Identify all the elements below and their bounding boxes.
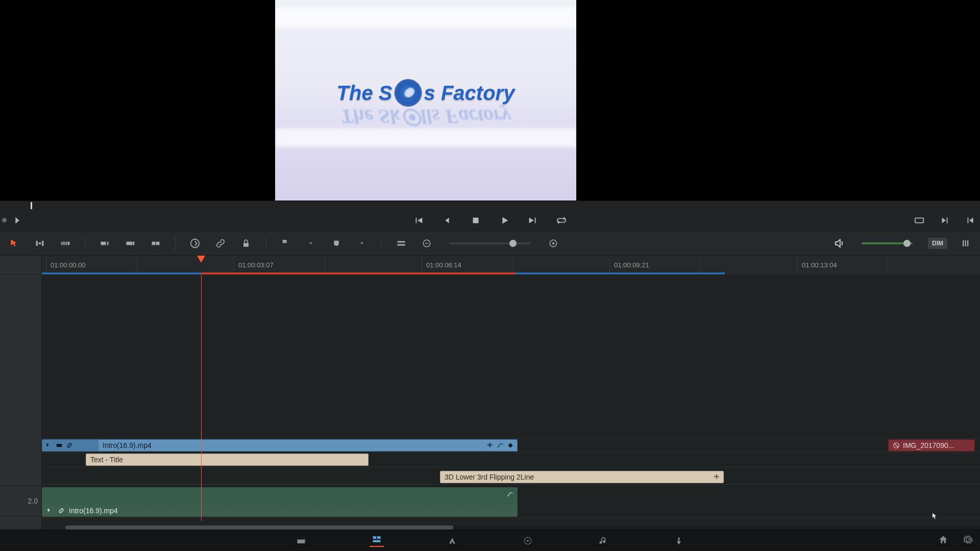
dynamic-trim-button[interactable] <box>188 238 202 249</box>
link-button[interactable] <box>213 238 228 249</box>
timeline-scrollbar-thumb[interactable] <box>65 525 453 530</box>
ruler-tick: 01:00:00:00 <box>46 256 86 274</box>
svg-rect-1 <box>915 218 924 222</box>
step-back-button[interactable] <box>442 215 453 226</box>
edit-page-button[interactable] <box>370 535 384 547</box>
svg-rect-6 <box>152 241 156 245</box>
svg-rect-3 <box>101 241 106 245</box>
fusion-page-button[interactable] <box>445 535 459 547</box>
timeline-scrollbar[interactable] <box>65 525 980 530</box>
video-clip[interactable]: Intro(16.9).mp4 <box>42 439 518 452</box>
in-range-b <box>516 272 725 274</box>
viewer-frame[interactable]: The S ✺ s Factory The Sk⦿lls Factory <box>275 0 576 201</box>
deliver-page-button[interactable] <box>672 535 686 547</box>
disabled-clip[interactable]: IMG_2017090... <box>888 439 975 452</box>
keyframe-icon[interactable] <box>507 442 514 449</box>
ruler-tick-minor <box>137 256 141 274</box>
lock-button[interactable] <box>239 238 253 249</box>
timeline-tracks[interactable]: 2.0 Intro(16.9).mp4 IMG_2017090... Text … <box>0 275 980 530</box>
title-clip[interactable]: Text - Title <box>86 454 369 466</box>
fx-icon <box>46 507 54 514</box>
svg-rect-20 <box>298 538 305 540</box>
dim-button[interactable]: DIM <box>928 238 947 249</box>
timeline-ruler[interactable]: 01:00:00:0001:00:03:0701:00:06:1401:00:0… <box>0 256 980 275</box>
ruler-tick: 01:00:09:21 <box>609 256 649 274</box>
lower-third-clip[interactable]: 3D Lower 3rd Flipping 2Line <box>440 471 724 483</box>
audio-track-head[interactable]: 2.0 <box>0 485 42 517</box>
ruler-tick: 01:00:06:14 <box>422 256 461 274</box>
replace-clip-button[interactable] <box>149 238 163 249</box>
transport-bar <box>0 210 980 231</box>
play-button[interactable] <box>499 215 510 226</box>
ruler-tick-minor <box>512 256 517 274</box>
ruler-tick: 01:00:13:04 <box>797 256 837 274</box>
lane-line <box>42 438 980 439</box>
playhead-line[interactable] <box>201 275 202 521</box>
next-clip-button[interactable] <box>939 215 950 226</box>
match-frame-button[interactable] <box>914 215 925 226</box>
svg-rect-22 <box>377 536 381 539</box>
zoom-slider[interactable] <box>449 242 531 244</box>
mini-scrubber[interactable] <box>0 201 980 210</box>
logo-swirl-icon: ✺ <box>395 79 422 107</box>
fairlight-page-button[interactable] <box>596 535 610 547</box>
page-nav <box>0 530 980 551</box>
stop-button[interactable] <box>470 215 481 226</box>
preview-logo: The S ✺ s Factory <box>337 79 515 107</box>
color-page-button[interactable] <box>521 535 535 547</box>
ruler-tick: 01:00:03:07 <box>234 256 274 274</box>
fade-icon[interactable] <box>506 491 514 498</box>
svg-rect-16 <box>967 240 968 246</box>
svg-rect-15 <box>965 240 966 246</box>
svg-rect-7 <box>156 241 160 245</box>
zoom-out-button[interactable] <box>420 238 434 249</box>
retime-icon <box>56 442 63 449</box>
volume-slider[interactable] <box>862 242 913 244</box>
ruler-tick-minor <box>700 256 705 274</box>
blade-tool[interactable] <box>58 238 72 249</box>
overwrite-clip-button[interactable] <box>123 238 137 249</box>
svg-rect-9 <box>243 243 249 247</box>
svg-rect-11 <box>398 244 405 245</box>
svg-point-8 <box>191 239 200 247</box>
volume-slider-thumb[interactable] <box>903 240 911 247</box>
clip-marker-button[interactable] <box>329 238 344 249</box>
link-icon <box>58 507 65 514</box>
mouse-cursor <box>931 510 939 521</box>
timeline-view-button[interactable] <box>394 238 408 249</box>
goto-end-button[interactable] <box>527 215 538 226</box>
lane-line <box>42 453 980 453</box>
audio-clip[interactable]: Intro(16.9).mp4 <box>42 487 518 517</box>
lane-line <box>42 484 980 485</box>
selection-tool[interactable] <box>7 238 21 249</box>
media-page-button[interactable] <box>294 535 308 547</box>
loop-button[interactable] <box>556 215 567 226</box>
trim-tool[interactable] <box>33 238 47 249</box>
svg-rect-14 <box>963 240 964 246</box>
svg-rect-21 <box>373 536 377 539</box>
prev-clip-button[interactable] <box>965 215 976 226</box>
transform-icon[interactable] <box>713 473 720 481</box>
flag-dropdown[interactable] <box>304 238 318 249</box>
lane-line <box>42 467 980 467</box>
home-button[interactable] <box>938 535 948 547</box>
timeline-toolbar: DIM <box>0 231 980 256</box>
goto-start-button[interactable] <box>413 215 424 226</box>
disabled-clip-name: IMG_2017090... <box>903 441 954 449</box>
clip-marker-dropdown[interactable] <box>355 238 369 249</box>
zoom-slider-thumb[interactable] <box>509 240 517 247</box>
curve-icon[interactable] <box>497 442 504 449</box>
mini-scrub-marker[interactable] <box>31 202 32 209</box>
lane-line <box>42 518 980 518</box>
video-clip-name: Intro(16.9).mp4 <box>103 441 152 449</box>
zoom-in-button[interactable] <box>546 238 560 249</box>
mute-button[interactable] <box>832 238 846 249</box>
insert-clip-button[interactable] <box>97 238 112 249</box>
settings-button[interactable] <box>963 535 973 547</box>
playhead-flag[interactable] <box>197 256 205 263</box>
ruler-tick-minor <box>325 256 329 274</box>
flag-marker-button[interactable] <box>278 238 292 249</box>
mixer-button[interactable] <box>959 238 973 249</box>
transform-icon[interactable] <box>486 442 494 449</box>
expand-icon[interactable] <box>12 215 23 226</box>
